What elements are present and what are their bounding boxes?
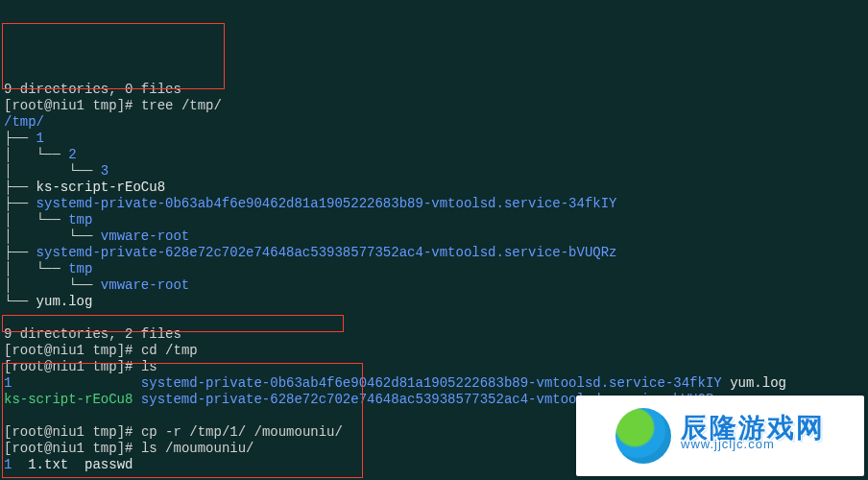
tree1-root: /tmp/	[4, 114, 44, 130]
prompt-1: [root@niu1 tmp]#	[4, 98, 133, 113]
watermark-url: www.jjcljc.com	[681, 436, 775, 452]
cmd-ls: ls	[141, 359, 157, 374]
prompt-5: [root@niu1 tmp]#	[4, 441, 133, 456]
watermark: 辰隆游戏网 www.jjcljc.com	[576, 396, 864, 476]
cut-summary: 9 directories, 0 files	[4, 82, 181, 97]
prompt-2: [root@niu1 tmp]#	[4, 343, 133, 358]
prompt-3: [root@niu1 tmp]#	[4, 359, 133, 374]
cmd-cd-tmp: cd /tmp	[141, 343, 198, 358]
prompt-4: [root@niu1 tmp]#	[4, 424, 133, 440]
tree1-body: ├── 1 │ └── 2 │ └── 3 ├── ks-script-rEoC…	[4, 131, 864, 310]
tree1-summary: 9 directories, 2 files	[4, 326, 181, 342]
watermark-title: 辰隆游戏网	[681, 420, 825, 436]
cmd-cp-r: cp -r /tmp/1/ /moumouniu/	[141, 424, 343, 440]
cmd-tree-tmp: tree /tmp/	[141, 98, 222, 113]
watermark-logo-icon	[615, 408, 671, 464]
cmd-ls-moumouniu: ls /moumouniu/	[141, 441, 254, 456]
